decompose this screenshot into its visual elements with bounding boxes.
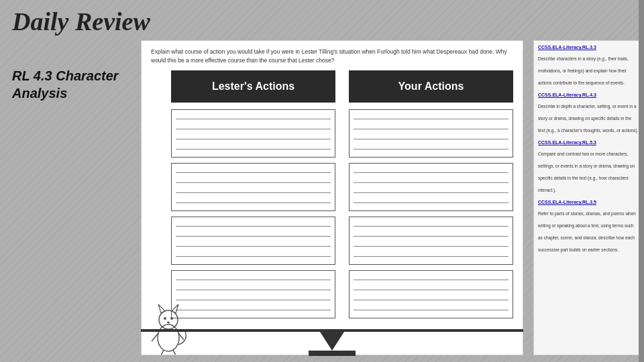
lester-cell-1[interactable] xyxy=(171,109,335,158)
standard-text-1: Describe characters in a story (e.g., th… xyxy=(538,56,629,85)
standard-text-4: Refer to parts of stories, dramas, and p… xyxy=(538,211,636,252)
standard-block-2: CCSS.ELA-Literacy.RL.4.3 Describe in dep… xyxy=(538,93,639,135)
svg-point-6 xyxy=(167,322,170,324)
standard-link-1[interactable]: CCSS.ELA-Literacy.RL.3.3 xyxy=(538,45,639,50)
standard-link-4[interactable]: CCSS.ELA-Literacy.RL.3.5 xyxy=(538,200,639,204)
standard-text-3: Compare and contrast two or more charact… xyxy=(538,152,635,192)
lester-cell-2[interactable] xyxy=(171,163,335,211)
columns-header: Lester's Actions Your Actions xyxy=(171,70,513,103)
character-illustration xyxy=(142,288,209,355)
table-row xyxy=(171,217,513,265)
svg-point-0 xyxy=(158,324,179,351)
standard-link-3[interactable]: CCSS.ELA-Literacy.RL.5.3 xyxy=(538,140,639,145)
svg-point-5 xyxy=(170,317,173,320)
column-header-your-actions: Your Actions xyxy=(349,70,513,103)
your-cell-3[interactable] xyxy=(349,217,513,265)
svg-point-4 xyxy=(164,317,166,320)
your-cell-1[interactable] xyxy=(349,109,513,158)
standards-panel: CCSS.ELA-Literacy.RL.3.3 Describe charac… xyxy=(533,40,644,355)
balance-beam xyxy=(141,329,523,332)
standard-block-4: CCSS.ELA-Literacy.RL.3.5 Refer to parts … xyxy=(538,200,639,254)
standard-block-1: CCSS.ELA-Literacy.RL.3.3 Describe charac… xyxy=(538,45,639,87)
worksheet: Explain what course of action you would … xyxy=(141,40,523,355)
page-title: Daily Review xyxy=(12,7,150,36)
right-edge-bar xyxy=(639,0,644,362)
standard-block-3: CCSS.ELA-Literacy.RL.5.3 Compare and con… xyxy=(538,140,639,194)
lester-cell-3[interactable] xyxy=(171,217,335,265)
svg-marker-3 xyxy=(172,304,178,313)
worksheet-rows xyxy=(171,109,513,318)
standard-link-2[interactable]: CCSS.ELA-Literacy.RL.4.3 xyxy=(538,93,639,97)
svg-line-9 xyxy=(160,350,164,355)
page-subtitle: RL 4.3 Character Analysis xyxy=(12,67,133,102)
table-row xyxy=(171,163,513,211)
table-row xyxy=(171,109,513,158)
svg-point-1 xyxy=(159,310,178,329)
your-cell-4[interactable] xyxy=(349,270,513,318)
worksheet-prompt: Explain what course of action you would … xyxy=(151,48,513,65)
svg-line-10 xyxy=(173,350,177,355)
standard-text-2: Describe in depth a character, setting, … xyxy=(538,104,638,133)
table-row xyxy=(171,270,513,318)
column-header-lesters-actions: Lester's Actions xyxy=(171,70,335,103)
svg-marker-2 xyxy=(158,304,165,313)
your-cell-2[interactable] xyxy=(349,163,513,211)
